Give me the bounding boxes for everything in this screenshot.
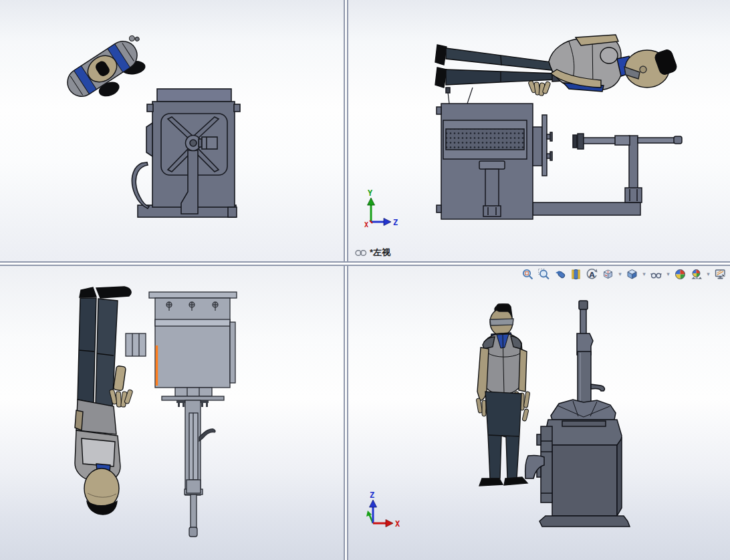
viewport-top-left[interactable]	[0, 0, 344, 261]
machine-model[interactable]	[126, 292, 237, 537]
viewport-splitter-vertical[interactable]	[344, 0, 348, 560]
view-orientation-icon[interactable]	[601, 267, 615, 281]
view-name-text: *左视	[370, 247, 390, 259]
section-view-icon[interactable]	[569, 267, 583, 281]
linked-views-icon	[355, 249, 367, 257]
orientation-triad: Z X	[366, 491, 400, 529]
viewport-bottom-right[interactable]: Z X A ▾	[348, 266, 730, 560]
machine-model[interactable]	[132, 89, 240, 217]
viewport-top-left-canvas[interactable]	[0, 0, 344, 261]
viewport-top-right-canvas[interactable]: Y Z X	[348, 0, 730, 261]
edit-appearance-icon[interactable]	[673, 267, 687, 281]
axis-label-depth: X	[364, 221, 368, 229]
viewport-top-right[interactable]: Y Z X *左视	[348, 0, 730, 261]
display-style-icon[interactable]	[625, 267, 639, 281]
3d-drawing-view-icon[interactable]: A	[585, 267, 599, 281]
axis-label-up: Z	[370, 491, 374, 500]
svg-text:A: A	[589, 271, 595, 279]
previous-view-icon[interactable]	[553, 267, 567, 281]
zoom-to-fit-icon[interactable]	[521, 267, 535, 281]
machine-model[interactable]	[437, 88, 682, 219]
axis-label-right: Z	[393, 218, 398, 227]
axis-label-up: Y	[368, 188, 373, 198]
viewport-bottom-right-canvas[interactable]: Z X	[348, 266, 730, 560]
zoom-to-area-icon[interactable]	[537, 267, 551, 281]
viewport-bottom-left-canvas[interactable]	[0, 266, 344, 560]
apply-scene-icon[interactable]	[689, 267, 703, 281]
hide-show-items-dropdown-caret[interactable]: ▾	[665, 267, 671, 281]
person-model[interactable]	[75, 287, 133, 515]
orientation-triad: Y Z X	[364, 188, 398, 229]
solidworks-four-viewport-area: Y Z X *左视	[0, 0, 730, 560]
person-model[interactable]	[476, 304, 530, 486]
apply-scene-dropdown-caret[interactable]: ▾	[705, 267, 711, 281]
view-orientation-label: *左视	[355, 247, 390, 259]
hide-show-items-icon[interactable]	[649, 267, 663, 281]
person-model[interactable]	[435, 35, 678, 96]
viewport-bottom-left[interactable]	[0, 266, 344, 560]
viewport-splitter-horizontal[interactable]	[0, 261, 730, 266]
view-orientation-dropdown-caret[interactable]: ▾	[617, 267, 623, 281]
axis-label-right: X	[395, 519, 400, 529]
person-model[interactable]	[62, 31, 158, 115]
heads-up-view-toolbar: A ▾ ▾ ▾ ▾	[521, 267, 727, 281]
display-style-dropdown-caret[interactable]: ▾	[641, 267, 647, 281]
view-settings-icon[interactable]	[713, 267, 727, 281]
machine-model[interactable]	[525, 301, 630, 527]
